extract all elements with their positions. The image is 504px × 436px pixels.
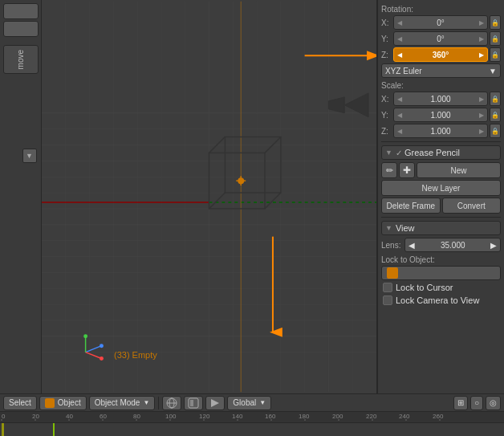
sidebar-move-label: move [16,47,25,71]
lock-object-field[interactable] [381,266,501,280]
rotation-y-row: Y: ◀ 0° ▶ 🔒 [381,31,501,46]
view-label: View [396,223,415,233]
rotation-y-left-arrow[interactable]: ◀ [397,35,402,43]
gp-new-button[interactable]: New [417,162,501,178]
svg-text:120: 120 [199,413,210,420]
viewport-overlay-btn[interactable] [162,396,181,410]
rotation-x-row: X: ◀ 0° ▶ 🔒 [381,15,501,30]
rotation-y-right-arrow[interactable]: ▶ [479,35,484,43]
rotation-z-label: Z: [381,51,389,59]
lens-right-arrow[interactable]: ▶ [490,241,497,250]
euler-mode-select[interactable]: XYZ Euler ▼ [381,63,501,78]
scale-z-left-arrow[interactable]: ◀ [397,128,402,135]
svg-text:260: 260 [433,413,444,420]
scale-x-right-arrow[interactable]: ▶ [479,96,484,103]
rotation-z-field[interactable]: ◀ 360° ▶ [393,47,488,62]
svg-text:0: 0 [2,413,6,420]
object-label: (33) Empty [114,350,157,360]
render-icon [209,397,221,409]
svg-text:160: 160 [265,413,276,420]
divider-1 [381,141,501,142]
lock-cursor-label: Lock to Cursor [396,283,453,292]
scale-z-field[interactable]: ◀ 1.000 ▶ [393,124,488,138]
rotation-y-lock[interactable]: 🔒 [490,31,501,46]
select-button[interactable]: Select [3,396,37,410]
rotation-x-right-arrow[interactable]: ▶ [479,19,484,26]
svg-text:100: 100 [165,413,177,420]
lock-camera-label: Lock Camera to View [396,295,479,305]
scale-x-lock[interactable]: 🔒 [490,92,501,106]
gp-check-icon: ✓ [396,149,402,157]
timeline-track[interactable] [0,423,504,436]
scale-z-right-arrow[interactable]: ▶ [479,128,484,135]
scale-y-lock[interactable]: 🔒 [490,108,501,122]
start-marker [2,423,4,436]
scale-z-label: Z: [381,127,389,136]
rotation-x-field[interactable]: ◀ 0° ▶ [393,15,488,30]
scale-x-left-arrow[interactable]: ◀ [397,96,402,103]
euler-mode-value: XYZ Euler [385,67,422,75]
timeline: 0 20 40 60 80 100 120 140 160 180 200 22… [0,411,504,436]
svg-text:200: 200 [332,413,343,420]
scale-label: Scale: [381,81,501,90]
sidebar-expand-btn[interactable]: ▼ [22,149,37,163]
rotation-x-lock[interactable]: 🔒 [490,15,501,30]
lens-left-arrow[interactable]: ◀ [408,241,415,250]
viewport[interactable]: (33) Empty [42,0,377,393]
sidebar-tool-btn[interactable] [3,3,39,19]
object-button[interactable]: Object [39,396,87,410]
scale-section: Scale: X: ◀ 1.000 ▶ 🔒 Y: ◀ 1.000 ▶ � [381,81,501,138]
svg-text:60: 60 [100,413,107,420]
global-button[interactable]: Global ▼ [227,396,271,410]
mode-label: Object Mode [95,398,140,407]
gp-new-row: ✏ ✚ New [381,162,501,178]
snap-btn[interactable]: ⊞ [453,396,468,410]
lens-field[interactable]: ◀ 35.000 ▶ [404,238,501,252]
rotation-x-label: X: [381,18,389,27]
gp-delete-convert-row: Delete Frame Convert [381,198,501,214]
scale-y-field[interactable]: ◀ 1.000 ▶ [393,108,488,122]
scale-z-lock[interactable]: 🔒 [490,124,501,138]
bottom-toolbar: Select Object Object Mode ▼ Global ▼ ⊞ ○… [0,393,504,411]
rotation-z-row: Z: ◀ 360° ▶ 🔒 [381,47,501,62]
shading-btn[interactable] [184,396,203,410]
svg-rect-58 [190,400,193,406]
gp-delete-frame-button[interactable]: Delete Frame [381,198,441,214]
gp-pencil-icon[interactable]: ✏ [381,162,397,178]
rotation-label: Rotation: [381,5,501,14]
gp-convert-button[interactable]: Convert [442,198,502,214]
mode-dropdown-icon: ▼ [143,399,149,406]
pivot-btn[interactable]: ◎ [486,396,501,410]
view-header[interactable]: ▼ View [381,221,501,235]
scale-y-left-arrow[interactable]: ◀ [397,112,402,119]
current-frame-marker [53,423,55,436]
euler-dropdown-icon: ▼ [489,67,497,75]
mode-button[interactable]: Object Mode ▼ [89,396,156,410]
svg-text:240: 240 [399,413,410,420]
render-btn[interactable] [205,396,225,410]
scale-x-row: X: ◀ 1.000 ▶ 🔒 [381,92,501,106]
gp-new-layer-button[interactable]: New Layer [381,180,501,196]
rotation-x-left-arrow[interactable]: ◀ [397,19,402,26]
grease-pencil-header[interactable]: ▼ ✓ Grease Pencil [381,145,501,160]
proportional-btn[interactable]: ○ [470,396,483,410]
lock-camera-checkbox[interactable] [383,295,392,305]
scale-y-right-arrow[interactable]: ▶ [479,112,484,119]
rotation-y-label: Y: [381,35,389,43]
left-sidebar: move ▼ [0,0,42,393]
gp-plus-icon[interactable]: ✚ [399,162,415,178]
divider-2 [381,217,501,218]
scale-x-field[interactable]: ◀ 1.000 ▶ [393,92,488,106]
rotation-z-lock[interactable]: 🔒 [490,47,501,62]
timeline-ruler: 0 20 40 60 80 100 120 140 160 180 200 22… [0,412,504,423]
grease-pencil-section: ▼ ✓ Grease Pencil ✏ ✚ New New Layer Dele… [381,145,501,214]
rotation-z-left-arrow[interactable]: ◀ [397,51,402,59]
svg-text:180: 180 [299,413,310,420]
toolbar-divider [158,397,159,410]
scale-y-value: 1.000 [430,111,450,120]
rotation-y-field[interactable]: ◀ 0° ▶ [393,31,488,46]
svg-marker-59 [211,399,219,407]
sidebar-tool-btn-2[interactable] [3,21,39,37]
lock-cursor-checkbox[interactable] [383,283,392,292]
rotation-z-right-arrow[interactable]: ▶ [479,51,484,59]
